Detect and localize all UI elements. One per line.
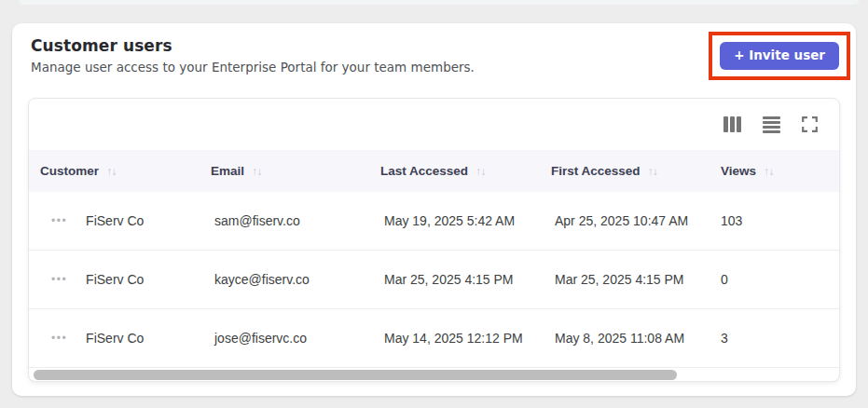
customer-cell: FiServ Co [86,331,144,346]
horizontal-scrollbar[interactable] [29,368,839,382]
row-menu-icon[interactable]: ••• [51,333,67,344]
customer-cell: FiServ Co [86,213,144,228]
table-row[interactable]: ••• FiServ Co sam@fiserv.co May 19, 2025… [29,192,839,251]
sort-icon[interactable]: ↑↓ [475,165,486,178]
column-header-email[interactable]: Email ↑↓ [200,164,369,178]
previous-card-edge [19,0,859,5]
last-accessed-cell: Mar 25, 2025 4:15 PM [369,272,540,287]
rows-density-icon[interactable] [763,116,780,133]
views-cell: 0 [710,272,839,287]
email-cell: kayce@fiserv.co [200,272,369,287]
column-label: Last Accessed [380,164,468,178]
last-accessed-cell: May 14, 2025 12:12 PM [369,331,540,346]
users-table-card: Customer ↑↓ Email ↑↓ Last Accessed ↑↓ Fi… [28,98,840,382]
column-label: First Accessed [551,164,641,178]
table-header-row: Customer ↑↓ Email ↑↓ Last Accessed ↑↓ Fi… [29,150,839,192]
table-toolbar [29,99,839,150]
customer-cell: FiServ Co [86,272,144,287]
scrollbar-thumb[interactable] [34,370,677,380]
table-row[interactable]: ••• FiServ Co jose@fiservc.co May 14, 20… [29,309,839,368]
column-label: Email [211,164,244,178]
column-label: Views [721,164,756,178]
column-label: Customer [40,164,99,178]
column-header-first-accessed[interactable]: First Accessed ↑↓ [540,164,710,178]
columns-icon[interactable] [723,116,741,132]
fullscreen-icon[interactable] [802,116,818,132]
customer-users-panel: Customer users Manage user access to you… [12,23,856,396]
column-header-customer[interactable]: Customer ↑↓ [29,164,200,178]
column-header-views[interactable]: Views ↑↓ [710,164,839,178]
first-accessed-cell: Apr 25, 2025 10:47 AM [540,213,710,228]
first-accessed-cell: Mar 25, 2025 4:15 PM [540,272,710,287]
sort-icon[interactable]: ↑↓ [252,165,262,178]
row-menu-icon[interactable]: ••• [51,274,67,285]
panel-header: Customer users Manage user access to you… [12,23,856,75]
email-cell: jose@fiservc.co [200,331,369,346]
annotation-highlight-box: + Invite user [709,32,850,80]
column-header-last-accessed[interactable]: Last Accessed ↑↓ [369,164,540,178]
row-menu-icon[interactable]: ••• [51,215,67,226]
email-cell: sam@fiserv.co [200,213,369,228]
table-row[interactable]: ••• FiServ Co kayce@fiserv.co Mar 25, 20… [29,251,839,309]
sort-icon[interactable]: ↑↓ [648,165,658,178]
first-accessed-cell: May 8, 2025 11:08 AM [540,331,710,346]
sort-icon[interactable]: ↑↓ [106,165,117,178]
views-cell: 3 [710,331,839,346]
sort-icon[interactable]: ↑↓ [764,165,774,178]
views-cell: 103 [710,213,839,228]
last-accessed-cell: May 19, 2025 5:42 AM [369,213,540,228]
invite-user-button[interactable]: + Invite user [720,42,839,70]
page: { "header": { "title": "Customer users",… [0,0,868,408]
